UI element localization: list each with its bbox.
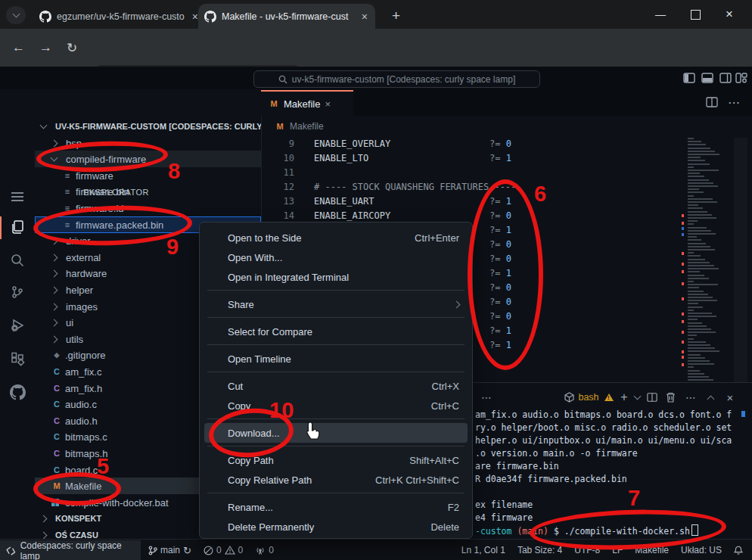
window-maximize-button[interactable] xyxy=(691,10,701,20)
cursor-position[interactable]: Ln 1, Col 1 xyxy=(461,545,505,555)
minimap-line xyxy=(688,154,719,155)
minimap-line xyxy=(688,262,710,263)
browser-tab-1[interactable]: egzumer/uv-k5-firmware-custo × xyxy=(33,4,206,29)
branch-indicator[interactable]: main ↻ xyxy=(148,545,191,556)
tree-item-label: am_fix.c xyxy=(65,366,101,378)
explorer-icon[interactable] xyxy=(8,218,26,236)
terminal-tab-label[interactable]: bash xyxy=(576,387,601,407)
back-icon[interactable]: ← xyxy=(12,40,25,55)
minimap-line xyxy=(688,310,694,311)
annotation-number-8: 8 xyxy=(168,159,180,184)
menu-item-label: Copy Relative Path xyxy=(228,474,375,486)
menu-hamburger-icon[interactable] xyxy=(8,188,26,206)
search-view-icon[interactable] xyxy=(8,251,26,269)
keyboard-layout[interactable]: Układ: US xyxy=(681,545,722,555)
minimap-line xyxy=(688,325,707,327)
window-close-button[interactable]: × xyxy=(726,7,733,22)
minimap-line xyxy=(688,306,703,308)
code-line: 11 xyxy=(261,166,752,180)
terminal-line: am_fix.o audio.o bitmaps.o board.o dcs.o… xyxy=(475,409,732,422)
notifications-bell-icon[interactable] xyxy=(734,546,743,555)
mouse-cursor xyxy=(304,421,322,443)
tree-item-firmware-bin[interactable]: ≡firmware.bin xyxy=(35,183,261,200)
tree-item-label: audio.c xyxy=(65,399,97,410)
close-panel-icon[interactable]: × xyxy=(724,387,736,407)
menu-item-open-to-the-side[interactable]: Open to the SideCtrl+Enter xyxy=(200,228,472,247)
minimap-change-marker xyxy=(682,214,684,217)
menu-item-open-with[interactable]: Open With... xyxy=(200,247,472,267)
remote-indicator[interactable]: Codespaces: curly space lamp xyxy=(0,540,141,560)
minimap-change-marker xyxy=(682,233,684,236)
menu-item-shortcut: Ctrl+C xyxy=(431,400,459,412)
command-center[interactable]: uv-k5-firmware-custom [Codespaces: curly… xyxy=(253,70,540,88)
problems-indicator[interactable]: 0 0 xyxy=(204,545,243,555)
minimap[interactable] xyxy=(685,138,727,384)
panel-more-actions-icon[interactable]: ⋯ xyxy=(479,387,494,407)
bash-cube-icon xyxy=(562,387,576,407)
menu-item-copy-relative-path[interactable]: Copy Relative PathCtrl+K Ctrl+Shift+C xyxy=(200,470,472,490)
reload-icon[interactable]: ↻ xyxy=(67,40,77,56)
toggle-panel-icon[interactable] xyxy=(701,73,713,83)
menu-item-cut[interactable]: CutCtrl+X xyxy=(200,376,472,396)
c-header-icon: C xyxy=(51,384,62,393)
tree-root-uv-k5-firmware-custom-codespac[interactable]: UV-K5-FIRMWARE-CUSTOM [CODESPACES: CURLY… xyxy=(35,118,261,135)
minimap-line xyxy=(688,284,718,285)
menu-item-select-for-compare[interactable]: Select for Compare xyxy=(200,322,472,341)
new-terminal-icon[interactable]: + xyxy=(618,387,630,407)
terminal-dropdown-icon[interactable] xyxy=(632,387,642,407)
window-minimize-button[interactable]: — xyxy=(655,8,666,20)
extensions-icon[interactable] xyxy=(8,350,26,368)
forward-icon[interactable]: → xyxy=(39,40,52,55)
customize-layout-icon[interactable] xyxy=(735,73,747,83)
minimap-line xyxy=(688,239,701,241)
minimap-line xyxy=(688,376,709,378)
tree-item-label: KONSPEKT xyxy=(55,514,101,523)
menu-item-delete-permanently[interactable]: Delete PermanentlyDelete xyxy=(200,517,472,537)
menu-item-label: Open to the Side xyxy=(228,232,415,244)
minimap-line xyxy=(688,338,694,340)
toggle-secondary-sidebar-icon[interactable] xyxy=(719,73,732,83)
minimap-line xyxy=(688,233,716,235)
menu-item-open-in-integrated-terminal[interactable]: Open in Integrated Terminal xyxy=(200,267,472,287)
minimap-change-marker xyxy=(682,356,684,359)
git-file-icon: ◆ xyxy=(51,351,62,359)
run-debug-icon[interactable] xyxy=(8,316,26,334)
sync-icon[interactable]: ↻ xyxy=(183,545,191,556)
menu-item-label: Cut xyxy=(228,381,432,392)
tab-search-button[interactable] xyxy=(6,6,26,24)
minimap-line xyxy=(688,331,716,333)
indentation[interactable]: Tab Size: 4 xyxy=(517,545,562,555)
c-header-icon: C xyxy=(51,449,62,458)
split-terminal-icon[interactable] xyxy=(645,387,659,407)
minimap-change-marker xyxy=(682,227,684,230)
ports-indicator[interactable]: 0 xyxy=(255,545,274,555)
new-tab-button[interactable]: + xyxy=(392,8,400,24)
minimap-change-marker xyxy=(682,320,684,323)
minimap-line xyxy=(688,303,698,304)
toggle-sidebar-icon[interactable] xyxy=(683,73,695,83)
menu-item-shortcut: Ctrl+K Ctrl+Shift+C xyxy=(375,474,459,486)
minimap-line xyxy=(688,173,700,174)
kill-terminal-trash-icon[interactable] xyxy=(663,387,677,407)
editor-scrollbar[interactable] xyxy=(734,138,747,384)
terminal-more-icon[interactable]: ⋯ xyxy=(683,387,698,407)
error-icon xyxy=(204,546,213,555)
minimap-change-marker xyxy=(682,270,684,273)
menu-item-label: Rename... xyxy=(228,502,448,513)
minimap-line xyxy=(688,148,710,149)
source-control-icon[interactable] xyxy=(8,283,26,301)
chevron-right-icon xyxy=(51,254,58,261)
minimap-line xyxy=(688,252,694,254)
branch-name: main xyxy=(160,545,180,555)
menu-item-rename[interactable]: Rename...F2 xyxy=(200,497,472,517)
menu-item-share[interactable]: Share xyxy=(200,294,472,314)
menu-item-label: Delete Permanently xyxy=(228,521,430,533)
tab-close-icon[interactable]: × xyxy=(360,11,369,23)
browser-tab-2[interactable]: Makefile - uv-k5-firmware-cust × xyxy=(198,4,375,29)
maximize-panel-icon[interactable] xyxy=(704,387,716,407)
github-view-icon[interactable] xyxy=(8,383,26,401)
github-favicon xyxy=(39,11,51,23)
broadcast-icon xyxy=(255,546,266,555)
menu-item-open-timeline[interactable]: Open Timeline xyxy=(200,349,472,369)
tree-item-label: UV-K5-FIRMWARE-CUSTOM [CODESPACES: CURLY… xyxy=(55,122,262,131)
